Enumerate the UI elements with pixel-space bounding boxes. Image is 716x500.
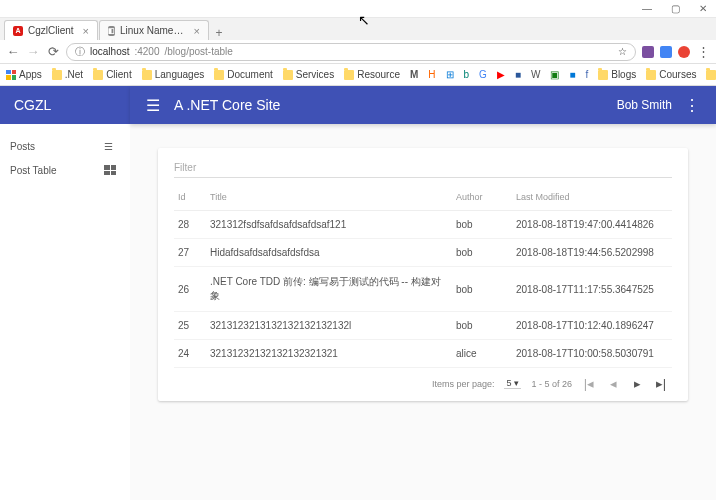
column-header-author[interactable]: Author (452, 184, 512, 211)
cell-title: 3213123213132132132132132l (206, 312, 452, 340)
bookmark-folder[interactable]: Languages (142, 69, 205, 80)
browser-tab[interactable]: ◧ Linux Namespace : User × (99, 20, 209, 40)
bookmark-folder[interactable]: Document (214, 69, 273, 80)
cell-id: 28 (174, 211, 206, 239)
apps-shortcut[interactable]: Apps (6, 69, 42, 80)
bookmark-folder[interactable]: Courses (646, 69, 696, 80)
sidebar-item-label: Post Table (10, 165, 57, 176)
list-icon (104, 141, 116, 151)
sidebar: CGZL Posts Post Table (0, 86, 130, 500)
cell-author: alice (452, 340, 512, 368)
page-size-select[interactable]: 5▾ (504, 378, 521, 389)
bookmark-item[interactable]: f (585, 69, 588, 80)
bookmark-item[interactable]: H (428, 69, 435, 80)
column-header-modified[interactable]: Last Modified (512, 184, 672, 211)
column-header-id[interactable]: Id (174, 184, 206, 211)
cell-modified: 2018-08-17T10:00:58.5030791 (512, 340, 672, 368)
data-card: Id Title Author Last Modified 28321312fs… (158, 148, 688, 401)
cell-id: 27 (174, 239, 206, 267)
cell-author: bob (452, 239, 512, 267)
url-port: :4200 (134, 46, 159, 57)
bookmark-item[interactable]: ▣ (550, 69, 559, 80)
bookmark-folder[interactable]: Resource (344, 69, 400, 80)
bookmark-item[interactable]: b (464, 69, 470, 80)
bookmark-folder[interactable]: Freelancing (706, 69, 716, 80)
window-close-button[interactable]: ✕ (694, 3, 712, 14)
page-icon: ◧ (108, 26, 115, 36)
bookmark-folder[interactable]: Client (93, 69, 132, 80)
sidebar-item-label: Posts (10, 141, 35, 152)
bookmark-item[interactable]: G (479, 69, 487, 80)
bookmark-item[interactable]: ▶ (497, 69, 505, 80)
last-page-button[interactable]: ▸| (654, 376, 668, 391)
cell-title: 321312fsdfsafdsafdsafdsaf121 (206, 211, 452, 239)
address-bar[interactable]: ⓘ localhost:4200/blog/post-table ☆ (66, 43, 636, 61)
bookmark-item[interactable]: W (531, 69, 540, 80)
table-row[interactable]: 26.NET Core TDD 前传: 编写易于测试的代码 -- 构建对象bob… (174, 267, 672, 312)
browser-tab-active[interactable]: A CgzlClient × (4, 20, 98, 40)
tab-close-icon[interactable]: × (83, 25, 89, 37)
bookmark-star-icon[interactable]: ☆ (618, 46, 627, 57)
extension-icon[interactable] (660, 46, 672, 58)
tab-label: Linux Namespace : User (120, 25, 185, 36)
bookmark-item[interactable]: ■ (569, 69, 575, 80)
chevron-down-icon: ▾ (514, 378, 519, 388)
sidebar-item-post-table[interactable]: Post Table (0, 158, 130, 182)
table-row[interactable]: 28321312fsdfsafdsafdsafdsaf121bob2018-08… (174, 211, 672, 239)
cell-modified: 2018-08-18T19:44:56.5202998 (512, 239, 672, 267)
app-title: A .NET Core Site (174, 97, 617, 113)
cell-id: 25 (174, 312, 206, 340)
cell-author: bob (452, 312, 512, 340)
window-maximize-button[interactable]: ▢ (666, 3, 684, 14)
site-info-icon[interactable]: ⓘ (75, 45, 85, 59)
bookmark-item[interactable]: ⊞ (446, 69, 454, 80)
tab-close-icon[interactable]: × (194, 25, 200, 37)
browser-menu-icon[interactable]: ⋮ (696, 44, 710, 59)
cell-modified: 2018-08-18T19:47:00.4414826 (512, 211, 672, 239)
column-header-title[interactable]: Title (206, 184, 452, 211)
bookmark-item[interactable]: M (410, 69, 418, 80)
cell-id: 26 (174, 267, 206, 312)
prev-page-button[interactable]: ◂ (606, 376, 620, 391)
new-tab-button[interactable]: + (210, 26, 228, 40)
cell-title: 32131232132132132321321 (206, 340, 452, 368)
page-range-label: 1 - 5 of 26 (531, 379, 572, 389)
bookmark-folder[interactable]: Blogs (598, 69, 636, 80)
sidebar-item-posts[interactable]: Posts (0, 134, 130, 158)
table-icon (104, 165, 116, 175)
cell-title: Hidafdsafdsafdsafdsfdsa (206, 239, 452, 267)
cell-title: .NET Core TDD 前传: 编写易于测试的代码 -- 构建对象 (206, 267, 452, 312)
cell-id: 24 (174, 340, 206, 368)
next-page-button[interactable]: ▸ (630, 376, 644, 391)
items-per-page-label: Items per page: (432, 379, 495, 389)
cell-author: bob (452, 211, 512, 239)
posts-table: Id Title Author Last Modified 28321312fs… (174, 184, 672, 368)
brand-logo: CGZL (0, 86, 130, 124)
user-name[interactable]: Bob Smith (617, 98, 672, 112)
table-row[interactable]: 2432131232132132132321321alice2018-08-17… (174, 340, 672, 368)
table-row[interactable]: 253213123213132132132132132lbob2018-08-1… (174, 312, 672, 340)
extension-icon[interactable] (678, 46, 690, 58)
menu-icon[interactable]: ☰ (146, 96, 160, 115)
window-minimize-button[interactable]: — (638, 3, 656, 14)
angular-icon: A (13, 26, 23, 36)
app-toolbar: ☰ A .NET Core Site Bob Smith ⋮ (130, 86, 716, 124)
filter-input[interactable] (174, 158, 672, 178)
url-path: /blog/post-table (165, 46, 233, 57)
nav-reload-button[interactable]: ⟳ (46, 44, 60, 59)
paginator: Items per page: 5▾ 1 - 5 of 26 |◂ ◂ ▸ ▸| (174, 368, 672, 395)
extension-icons: ⋮ (642, 44, 710, 59)
extension-icon[interactable] (642, 46, 654, 58)
bookmark-item[interactable]: ■ (515, 69, 521, 80)
browser-tab-strip: A CgzlClient × ◧ Linux Namespace : User … (0, 18, 716, 40)
tab-label: CgzlClient (28, 25, 74, 36)
nav-back-button[interactable]: ← (6, 44, 20, 59)
cell-modified: 2018-08-17T10:12:40.1896247 (512, 312, 672, 340)
table-row[interactable]: 27Hidafdsafdsafdsafdsfdsabob2018-08-18T1… (174, 239, 672, 267)
nav-forward-button[interactable]: → (26, 44, 40, 59)
bookmarks-bar: Apps .Net Client Languages Document Serv… (0, 64, 716, 86)
bookmark-folder[interactable]: .Net (52, 69, 83, 80)
more-menu-icon[interactable]: ⋮ (684, 96, 700, 115)
first-page-button[interactable]: |◂ (582, 376, 596, 391)
bookmark-folder[interactable]: Services (283, 69, 334, 80)
